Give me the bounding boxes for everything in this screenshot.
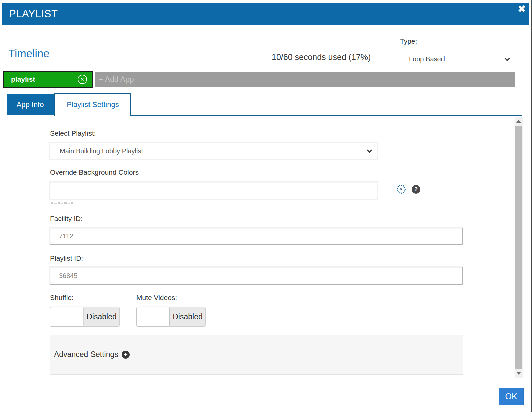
help-icon[interactable]: ?	[412, 185, 420, 194]
add-app-label: + Add App	[99, 75, 134, 84]
tab-baseline-divider	[131, 115, 522, 116]
modal-header: PLAYLIST	[2, 3, 529, 25]
chevron-down-icon	[505, 56, 510, 61]
playlist-app-chip[interactable]: playlist ✕	[3, 71, 93, 88]
arrow-up-icon	[516, 120, 521, 123]
mute-videos-toggle[interactable]: Disabled	[136, 307, 206, 327]
color-picker-dashes	[51, 202, 73, 204]
scroll-up-button[interactable]	[515, 117, 523, 126]
clear-color-icon[interactable]: ✕	[397, 185, 406, 194]
chevron-down-icon	[367, 148, 372, 153]
facility-id-input[interactable]	[50, 228, 463, 245]
shuffle-label: Shuffle:	[50, 294, 74, 302]
seconds-used-text: 10/60 seconds used (17%)	[272, 52, 371, 62]
remove-app-icon[interactable]: ✕	[78, 75, 87, 84]
scrollbar-thumb[interactable]	[515, 126, 522, 369]
advanced-settings-expander[interactable]: Advanced Settings +	[50, 335, 463, 375]
footer-divider	[0, 379, 532, 379]
vertical-scrollbar[interactable]	[515, 117, 523, 378]
facility-id-label: Facility ID:	[50, 215, 83, 223]
playlist-id-label: Playlist ID:	[50, 254, 83, 262]
override-bg-label: Override Background Colors	[50, 168, 139, 176]
playlist-app-chip-label: playlist	[11, 75, 35, 83]
modal-title: PLAYLIST	[9, 8, 58, 20]
tab-playlist-settings[interactable]: Playlist Settings	[54, 93, 131, 116]
advanced-settings-label: Advanced Settings	[54, 350, 118, 359]
scroll-down-button[interactable]	[515, 369, 523, 378]
type-select[interactable]: Loop Based	[400, 51, 515, 67]
close-icon[interactable]: ✖	[518, 4, 526, 14]
shuffle-toggle[interactable]: Disabled	[50, 307, 120, 327]
shuffle-toggle-state: Disabled	[84, 312, 119, 321]
select-playlist-value: Main Building Lobby Playlist	[60, 147, 143, 155]
playlist-id-input[interactable]	[50, 267, 463, 285]
ok-button-label: OK	[505, 392, 517, 401]
type-select-value: Loop Based	[409, 55, 445, 63]
mute-videos-label: Mute Videos:	[136, 294, 177, 302]
toggle-knob	[136, 307, 170, 327]
tab-app-info-label: App Info	[17, 100, 44, 109]
toggle-knob	[50, 307, 83, 327]
tab-playlist-settings-label: Playlist Settings	[67, 100, 119, 109]
select-playlist-label: Select Playlist:	[50, 129, 96, 137]
plus-circle-icon: +	[122, 351, 130, 359]
override-bg-input[interactable]	[50, 182, 377, 199]
type-label: Type:	[400, 37, 417, 45]
timeline-heading: Timeline	[8, 47, 49, 60]
mute-videos-toggle-state: Disabled	[170, 312, 205, 321]
select-playlist-dropdown[interactable]: Main Building Lobby Playlist	[50, 143, 377, 159]
ok-button[interactable]: OK	[499, 388, 524, 405]
add-app-button[interactable]: + Add App	[95, 72, 515, 87]
arrow-down-icon	[516, 372, 521, 375]
playlist-modal: PLAYLIST ✖ Timeline 10/60 seconds used (…	[0, 0, 532, 412]
tab-app-info[interactable]: App Info	[7, 94, 54, 115]
